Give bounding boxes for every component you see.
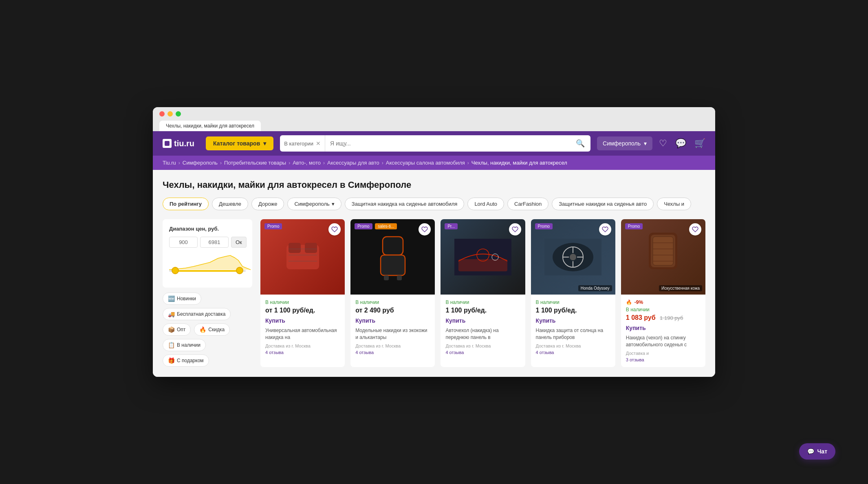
price-min-input[interactable] <box>169 237 198 248</box>
catalog-button[interactable]: Каталог товаров ▾ <box>206 136 273 150</box>
site-header: tiu.ru Каталог товаров ▾ В категории ✕ 🔍… <box>153 131 715 156</box>
browser-window: Чехлы, накидки, майки для автокресел tiu… <box>153 107 715 377</box>
tab-by-rating[interactable]: По рейтингу <box>163 198 209 210</box>
breadcrumb-city[interactable]: Симферополь <box>183 160 218 166</box>
products-grid: Promo В наличии от 1 100 руб/ед. Купить … <box>260 219 705 367</box>
browser-tab[interactable]: Чехлы, накидки, майки для автокресел <box>159 121 261 131</box>
breadcrumb-sep: › <box>220 160 222 166</box>
breadcrumb-auto[interactable]: Авто-, мото <box>293 160 321 166</box>
tab-protective-cover[interactable]: Защитная накидка на сиденье автомобиля <box>345 198 465 210</box>
in-stock-label: В наличии <box>355 299 430 305</box>
material-label: Искусственная кожа <box>659 285 702 291</box>
wishlist-button-4[interactable] <box>599 223 611 235</box>
clipboard-icon: 📋 <box>168 342 175 348</box>
breadcrumb-home[interactable]: Tiu.ru <box>163 160 176 166</box>
messages-icon[interactable]: 💬 <box>675 138 686 149</box>
logo[interactable]: tiu.ru <box>163 139 199 148</box>
search-button[interactable]: 🔍 <box>570 139 590 148</box>
product-price: 1 083 руб 1 190 руб <box>626 314 701 321</box>
svg-rect-7 <box>381 255 405 275</box>
sales-badge: sales-ti... <box>375 223 397 229</box>
svg-rect-9 <box>397 275 402 280</box>
reviews-count[interactable]: 3 отзыва <box>626 357 701 362</box>
filter-gift[interactable]: 🎁 С подарком <box>163 354 209 367</box>
discount-label: -9% <box>634 299 643 305</box>
svg-rect-8 <box>384 275 389 280</box>
delivery-info: Доставка и <box>626 351 701 356</box>
buy-button-3[interactable]: Купить <box>445 317 465 324</box>
slider-thumb-right[interactable] <box>236 267 243 274</box>
tab-cheaper[interactable]: Дешевле <box>212 198 248 210</box>
header-icons: ♡ 💬 🛒 <box>659 138 705 149</box>
browser-chrome: Чехлы, накидки, майки для автокресел <box>153 107 715 131</box>
breadcrumb-consumer[interactable]: Потребительские товары <box>224 160 286 166</box>
product-image-1: Promo <box>260 219 345 295</box>
tab-protective-covers[interactable]: Защитные накидки на сиденья авто <box>552 198 654 210</box>
reviews-count[interactable]: 4 отзыва <box>355 350 430 355</box>
breadcrumb-sep: › <box>467 160 469 166</box>
promo-badge: Promo <box>535 223 553 229</box>
search-input[interactable] <box>325 135 570 152</box>
filter-discount[interactable]: 🔥 Скидка <box>194 323 230 336</box>
buy-button-2[interactable]: Купить <box>355 317 375 324</box>
search-category-tag: В категории ✕ <box>280 135 325 152</box>
tab-more-expensive[interactable]: Дороже <box>251 198 284 210</box>
breadcrumb-current: Чехлы, накидки, майки для автокресел <box>471 160 567 166</box>
product-description: Накидка (чехол) на спинку автомобильного… <box>626 334 701 348</box>
reviews-count[interactable]: 4 отзыва <box>265 350 340 355</box>
heart-icon <box>602 226 608 233</box>
city-selector[interactable]: Симферополь ▾ <box>597 136 652 150</box>
product-info-5: 🔥 -9% В наличии 1 083 руб 1 190 руб Купи… <box>621 295 705 367</box>
slider-thumb-left[interactable] <box>172 267 179 274</box>
breadcrumb-salon[interactable]: Аксессуары салона автомобиля <box>386 160 465 166</box>
promo-badge: Pr... <box>445 223 458 229</box>
filter-free-delivery[interactable]: 🚚 Бесплатная доставка <box>163 308 231 320</box>
wishlist-button-2[interactable] <box>419 223 431 235</box>
filter-new[interactable]: 🆕 Новинки <box>163 293 201 305</box>
buy-button-4[interactable]: Купить <box>536 317 556 324</box>
minimize-dot[interactable] <box>167 111 173 117</box>
reviews-count[interactable]: 4 отзыва <box>536 350 610 355</box>
product-info-2: В наличии от 2 490 руб Купить Модельные … <box>350 295 435 360</box>
in-stock-label: В наличии <box>265 299 340 305</box>
filter-wholesale[interactable]: 📦 Опт <box>163 323 191 336</box>
logo-inner <box>165 141 170 146</box>
price-max-input[interactable] <box>200 237 229 248</box>
breadcrumb: Tiu.ru › Симферополь › Потребительские т… <box>153 156 715 170</box>
product-price: от 1 100 руб/ед. <box>265 307 340 314</box>
product-card: Pr... В наличии 1 100 руб/ед. Купить Авт… <box>441 219 525 367</box>
price-inputs: Ок <box>169 237 246 248</box>
tab-lord-auto[interactable]: Lord Auto <box>467 198 504 210</box>
clear-category-icon[interactable]: ✕ <box>316 140 321 147</box>
product-description: Авточехол (накидка) на переднюю панель в <box>445 327 520 341</box>
logo-box <box>163 139 172 148</box>
product-card: Promo Искусственная кожа 🔥 -9% <box>621 219 705 367</box>
buy-button-5[interactable]: Купить <box>626 325 646 331</box>
buy-button-1[interactable]: Купить <box>265 317 285 324</box>
promo-badge: Promo <box>264 223 282 229</box>
breadcrumb-accessories[interactable]: Аксессуары для авто <box>327 160 379 166</box>
tab-carfashion[interactable]: CarFashion <box>507 198 549 210</box>
new-icon: 🆕 <box>168 295 175 302</box>
close-dot[interactable] <box>159 111 165 117</box>
chevron-down-icon: ▾ <box>332 201 335 207</box>
price-ok-button[interactable]: Ок <box>231 237 247 248</box>
product-image-2: Promo sales-ti... <box>350 219 435 295</box>
seat-svg <box>377 233 409 282</box>
filter-in-stock[interactable]: 📋 В наличии <box>163 339 206 351</box>
delivery-info: Доставка из г. Москва <box>355 343 430 348</box>
tab-city[interactable]: Симферополь ▾ <box>287 198 341 210</box>
expand-dot[interactable] <box>176 111 181 117</box>
tab-covers[interactable]: Чехлы и <box>657 198 691 210</box>
heart-icon <box>692 226 698 233</box>
car-interior-svg <box>544 239 601 275</box>
wishlist-button-3[interactable] <box>509 223 521 235</box>
price-range-title: Диапазон цен, руб. <box>169 226 246 232</box>
wishlist-icon[interactable]: ♡ <box>659 138 667 149</box>
seat-back-svg <box>645 231 681 284</box>
cart-icon[interactable]: 🛒 <box>694 138 705 149</box>
delivery-info: Доставка из г. Москва <box>536 343 610 348</box>
reviews-count[interactable]: 4 отзыва <box>445 350 520 355</box>
product-price: от 2 490 руб <box>355 307 430 314</box>
chat-button[interactable]: 💬 Чат <box>799 443 835 460</box>
